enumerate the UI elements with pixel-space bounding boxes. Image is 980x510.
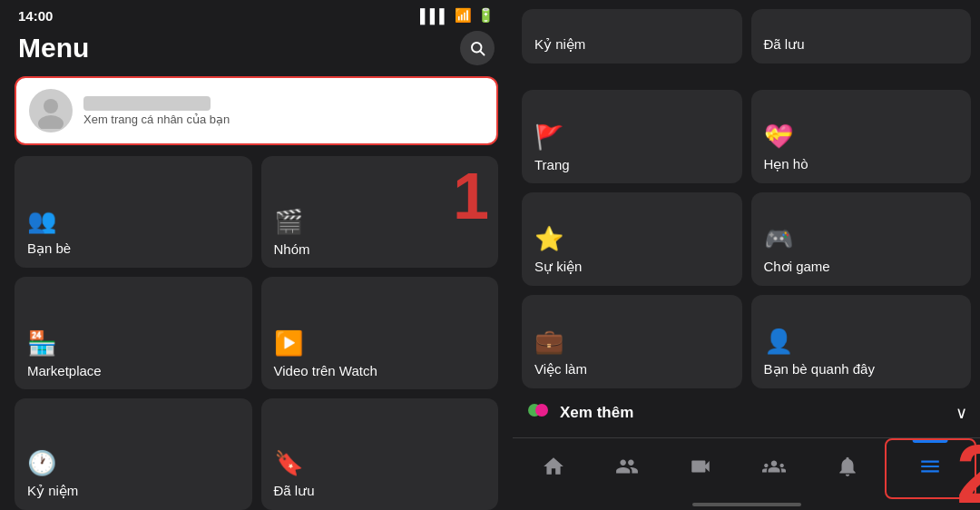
tab-menu[interactable]: 2 [885,438,976,499]
video-icon [689,455,712,484]
ban-be-label: Bạn bè [27,240,240,257]
search-button[interactable] [460,31,495,65]
right-da-luu[interactable]: Đã lưu [751,9,972,64]
ban-be-quanh-day-icon: 👤 [764,328,959,356]
trang-label: Trang [534,157,730,172]
ky-niem-label: Kỷ niệm [27,483,240,499]
right-panel: Kỷ niệm Đã lưu 🚩 Trang 💝 Hẹn hò ⭐ Sự kiệ… [513,0,980,510]
nhom-label: Nhóm [274,241,486,257]
su-kien-icon: ⭐ [534,225,730,253]
profile-card[interactable]: Xem trang cá nhân của bạn [15,76,498,145]
right-ban-be-quanh-day[interactable]: 👤 Bạn bè quanh đây [751,295,972,388]
viec-lam-icon: 💼 [534,328,730,356]
su-kien-label: Sự kiện [534,259,730,275]
avatar [29,89,73,132]
home-indicator [513,499,980,510]
right-trang[interactable]: 🚩 Trang [522,90,742,183]
wifi-icon: 📶 [455,7,472,24]
grid-item-ban-be[interactable]: 👥 Bạn bè [15,156,252,268]
menu-icon [918,455,942,484]
hen-ho-label: Hẹn hò [764,156,959,172]
ky-niem-icon: 🕐 [27,449,240,477]
grid-item-marketplace[interactable]: 🏪 Marketplace [15,277,252,388]
home-icon [542,455,565,484]
left-panel: 14:00 ▌▌▌ 📶 🔋 Menu Xem trang cá nhân của… [0,0,513,510]
tab-home[interactable] [516,438,590,499]
right-su-kien[interactable]: ⭐ Sự kiện [522,192,742,286]
right-ky-niem-label: Kỷ niệm [534,36,730,53]
tab-notifications[interactable] [811,438,885,499]
tab-friends[interactable] [590,438,663,499]
chevron-down-icon: ∨ [956,403,967,423]
da-luu-label: Đã lưu [274,483,486,499]
status-icons: ▌▌▌ 📶 🔋 [420,7,495,24]
bottom-tab-bar: 2 [513,437,980,499]
profile-subtitle: Xem trang cá nhân của bạn [83,113,230,126]
ban-be-quanh-day-label: Bạn bè quanh đây [764,361,959,378]
see-more-row[interactable]: Xem thêm ∨ [513,388,980,437]
groups-icon [762,455,786,484]
status-bar: 14:00 ▌▌▌ 📶 🔋 [0,0,513,27]
svg-point-5 [535,404,548,417]
profile-info: Xem trang cá nhân của bạn [83,96,230,126]
see-more-left: Xem thêm [525,397,633,428]
trang-icon: 🚩 [534,123,730,152]
marketplace-label: Marketplace [27,363,240,378]
video-watch-label: Video trên Watch [274,363,486,378]
ban-be-icon: 👥 [27,207,240,235]
tab-groups[interactable] [738,438,811,499]
right-grid: Kỷ niệm Đã lưu 🚩 Trang 💝 Hẹn hò ⭐ Sự kiệ… [513,0,980,388]
choi-game-icon: 🎮 [764,225,959,253]
header: Menu [0,27,513,76]
profile-name [83,96,211,111]
grid-item-video-watch[interactable]: ▶️ Video trên Watch [261,277,499,388]
badge-1: 1 [453,163,489,229]
right-ky-niem[interactable]: Kỷ niệm [522,9,742,64]
left-grid: 👥 Bạn bè 1 🎬 Nhóm 🏪 Marketplace ▶️ Video… [0,156,513,510]
svg-point-2 [44,99,58,113]
friends-icon [615,455,639,484]
signal-icon: ▌▌▌ [420,8,449,24]
grid-item-nhom[interactable]: 1 🎬 Nhóm [261,156,499,268]
grid-item-da-luu[interactable]: 🔖 Đã lưu [261,398,499,510]
grid-item-ky-niem[interactable]: 🕐 Kỷ niệm [15,398,252,510]
right-hen-ho[interactable]: 💝 Hẹn hò [751,90,972,183]
bell-icon [836,455,859,484]
page-title: Menu [18,33,89,64]
svg-line-1 [480,51,484,54]
right-da-luu-label: Đã lưu [764,36,959,53]
right-choi-game[interactable]: 🎮 Chơi game [751,192,972,286]
see-more-label: Xem thêm [560,404,633,422]
video-watch-icon: ▶️ [274,329,486,358]
choi-game-label: Chơi game [764,259,959,275]
da-luu-icon: 🔖 [274,449,486,477]
battery-icon: 🔋 [477,7,495,24]
see-more-icon [525,397,551,428]
active-tab-indicator [913,440,948,443]
right-viec-lam[interactable]: 💼 Việc làm [522,295,742,388]
tab-video[interactable] [663,438,737,499]
marketplace-icon: 🏪 [27,329,240,358]
hen-ho-icon: 💝 [764,123,959,151]
time: 14:00 [18,8,53,24]
svg-point-3 [38,115,64,129]
viec-lam-label: Việc làm [534,361,730,378]
